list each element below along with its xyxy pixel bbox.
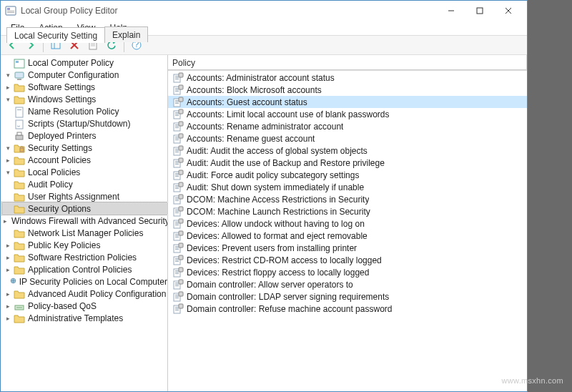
list-item[interactable]: Devices: Prevent users from installing p…	[168, 242, 527, 254]
list-item[interactable]: DCOM: Machine Access Restrictions in Sec…	[168, 193, 527, 205]
tree-account-policies[interactable]: ▸Account Policies	[2, 154, 167, 166]
ipsec-icon	[10, 277, 16, 287]
computer-icon	[14, 70, 25, 80]
list-item-label: DCOM: Machine Launch Restrictions in Sec…	[187, 207, 370, 217]
svg-rect-2	[7, 11, 14, 11]
svg-rect-76	[175, 185, 179, 186]
tree-security-options[interactable]: ▸Security Options	[2, 202, 167, 215]
svg-rect-122	[175, 296, 179, 297]
svg-rect-19	[16, 61, 19, 63]
list-item[interactable]: Accounts: Block Microsoft accounts	[168, 84, 527, 96]
minimize-button[interactable]	[437, 1, 465, 20]
list-item[interactable]: Devices: Restrict floppy access to local…	[168, 266, 527, 278]
svg-rect-117	[175, 284, 179, 285]
tree-security-settings[interactable]: ▾Security Settings	[2, 142, 167, 154]
svg-rect-44	[179, 97, 183, 102]
list-item-label: Accounts: Block Microsoft accounts	[187, 85, 322, 95]
svg-rect-118	[175, 285, 179, 286]
tree-deployed-printers[interactable]: ▸Deployed Printers	[2, 129, 167, 142]
lock-folder-icon	[14, 192, 25, 202]
tree-windows-settings[interactable]: ▾Windows Settings	[2, 93, 167, 105]
svg-rect-38	[175, 91, 179, 92]
tree-firewall[interactable]: ▸Windows Firewall with Advanced Security	[2, 215, 167, 227]
list-item[interactable]: Domain controller: Allow server operator…	[168, 278, 527, 290]
tree-scripts[interactable]: ▸Scripts (Startup/Shutdown)	[2, 117, 167, 129]
svg-rect-34	[179, 73, 183, 77]
list-item[interactable]: Accounts: Guest account status	[168, 96, 527, 108]
tree-app-control[interactable]: ▸Application Control Policies	[2, 263, 167, 275]
svg-rect-1	[7, 8, 10, 10]
svg-rect-51	[175, 124, 179, 125]
svg-rect-114	[179, 268, 183, 272]
tree-pane[interactable]: ▸Local Computer Policy ▾Computer Configu…	[1, 55, 168, 391]
tree-network-list[interactable]: ▸Network List Manager Policies	[2, 227, 167, 239]
list-item[interactable]: DCOM: Machine Launch Restrictions in Sec…	[168, 205, 527, 217]
policy-list[interactable]: Accounts: Administrator account statusAc…	[168, 71, 527, 315]
svg-rect-97	[175, 235, 179, 236]
list-item[interactable]: Devices: Restrict CD-ROM access to local…	[168, 254, 527, 266]
policy-item-icon	[172, 218, 184, 230]
doc-icon	[14, 107, 25, 117]
list-item[interactable]: Audit: Audit the use of Backup and Resto…	[168, 157, 527, 169]
svg-rect-37	[175, 89, 179, 90]
lock-folder-icon	[14, 180, 25, 190]
tab-local-security[interactable]: Local Security Setting	[6, 27, 105, 43]
folder-icon	[14, 94, 25, 104]
tree-name-resolution[interactable]: ▸Name Resolution Policy	[2, 105, 167, 117]
tree-public-key[interactable]: ▸Public Key Policies	[2, 239, 167, 251]
tree-user-rights[interactable]: ▸User Rights Assignment	[2, 190, 167, 202]
tree-audit-policy[interactable]: ▸Audit Policy	[2, 178, 167, 190]
list-item[interactable]: Audit: Audit the access of global system…	[168, 144, 527, 157]
tree-software-restriction[interactable]: ▸Software Restriction Policies	[2, 251, 167, 263]
app-icon	[5, 5, 16, 16]
close-button[interactable]	[494, 1, 523, 20]
window-title: Local Group Policy Editor	[21, 6, 437, 16]
svg-rect-25	[16, 135, 23, 139]
window-buttons	[437, 1, 523, 20]
lock-folder-icon	[14, 143, 25, 153]
tree-computer-configuration[interactable]: ▾Computer Configuration	[2, 69, 167, 81]
svg-rect-128	[175, 310, 179, 310]
svg-rect-3	[7, 12, 14, 13]
svg-rect-41	[175, 100, 179, 101]
list-item[interactable]: Accounts: Rename administrator account	[168, 120, 527, 132]
tree-root[interactable]: ▸Local Computer Policy	[2, 57, 167, 69]
maximize-button[interactable]	[465, 1, 494, 20]
svg-rect-24	[16, 120, 23, 129]
svg-rect-71	[175, 173, 179, 174]
list-item[interactable]: Accounts: Administrator account status	[168, 72, 527, 84]
svg-rect-104	[179, 243, 183, 248]
printer-icon	[14, 131, 25, 141]
list-item[interactable]: Domain controller: Refuse machine accoun…	[168, 303, 527, 315]
tree-advanced-audit[interactable]: ▸Advanced Audit Policy Configuration	[2, 288, 167, 300]
tree-software-settings[interactable]: ▸Software Settings	[2, 81, 167, 93]
list-item[interactable]: Devices: Allowed to format and eject rem…	[168, 230, 527, 242]
svg-rect-68	[175, 164, 179, 165]
lock-folder-icon	[14, 167, 25, 177]
tab-explain[interactable]: Explain	[104, 26, 148, 42]
policy-icon	[14, 58, 25, 68]
main-window: Local Group Policy Editor File Action Vi…	[0, 0, 528, 392]
list-column-policy[interactable]: Policy	[168, 55, 527, 71]
policy-item-icon	[172, 182, 184, 193]
svg-rect-109	[179, 255, 183, 260]
list-item[interactable]: Domain controller: LDAP server signing r…	[168, 290, 527, 303]
folder-icon	[14, 240, 25, 250]
svg-rect-62	[175, 150, 179, 151]
svg-rect-63	[175, 152, 179, 152]
list-item[interactable]: Audit: Shut down system immediately if u…	[168, 181, 527, 193]
tree-qos[interactable]: ▸Policy-based QoS	[2, 300, 167, 312]
policy-item-icon	[172, 194, 184, 205]
list-item[interactable]: Accounts: Limit local account use of bla…	[168, 108, 527, 120]
list-item-label: Domain controller: Refuse machine accoun…	[187, 304, 392, 314]
tree-admin-templates[interactable]: ▸Administrative Templates	[2, 312, 167, 324]
list-item-label: Domain controller: LDAP server signing r…	[187, 292, 389, 302]
list-item[interactable]: Devices: Allow undock without having to …	[168, 217, 527, 230]
tree-ipsec[interactable]: ▸IP Security Policies on Local Computer	[2, 275, 167, 288]
list-item[interactable]: Accounts: Rename guest account	[168, 132, 527, 144]
list-item[interactable]: Audit: Force audit policy subcategory se…	[168, 169, 527, 181]
list-item-label: Audit: Force audit policy subcategory se…	[187, 170, 359, 180]
svg-rect-129	[179, 304, 183, 308]
tree-local-policies[interactable]: ▾Local Policies	[2, 166, 167, 178]
lock-folder-icon	[14, 204, 25, 214]
